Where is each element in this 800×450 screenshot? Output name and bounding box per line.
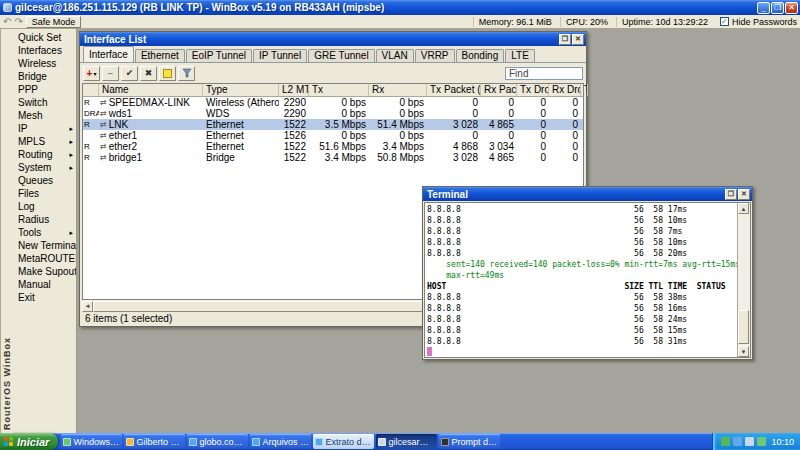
sidebar-item-wireless[interactable]: Wireless <box>13 57 76 70</box>
taskbar-task-prompt-de-comand[interactable]: Prompt de comand... <box>439 434 500 449</box>
terminal-line: max-rtt=49ms <box>427 270 737 281</box>
taskbar-task-globo-com-absol[interactable]: globo.com - Absol... <box>187 434 248 449</box>
sidebar-item-routing[interactable]: Routing▸ <box>13 148 76 161</box>
column-header-tx-drops[interactable]: Tx Drops <box>517 84 549 96</box>
table-row-wds1[interactable]: DRA⇄wds1WDS22900 bps0 bps0000 <box>83 108 583 119</box>
tab-interface[interactable]: Interface <box>83 46 134 62</box>
column-header-flags[interactable] <box>83 84 99 96</box>
row-name-cell: ⇄LNK <box>99 119 203 130</box>
uptime-stat[interactable]: Uptime: 10d 13:29:22 <box>616 17 713 27</box>
volume-icon[interactable] <box>745 437 754 446</box>
taskbar-task-gilberto-gilberto[interactable]: Gilberto <gilberto... <box>124 434 185 449</box>
sidebar-item-radius[interactable]: Radius <box>13 213 76 226</box>
sidebar-item-exit[interactable]: Exit <box>13 291 76 304</box>
column-header-type[interactable]: Type <box>203 84 279 96</box>
sidebar-item-system[interactable]: System▸ <box>13 161 76 174</box>
table-row-lnk[interactable]: R⇄LNKEthernet15223.5 Mbps51.4 Mbps3 0284… <box>83 119 583 130</box>
terminal-scrollbar[interactable]: ▲ ▼ <box>737 203 750 357</box>
table-row-speedmax-link[interactable]: R⇄SPEEDMAX-LINKWireless (Atheros AR5...2… <box>83 97 583 108</box>
cpu-stat[interactable]: CPU: 20% <box>560 17 613 27</box>
cell-tx: 0 bps <box>309 130 369 141</box>
cell-rx: 0 bps <box>369 130 427 141</box>
column-header-rx[interactable]: Rx <box>369 84 427 96</box>
table-row-bridge1[interactable]: R⇄bridge1Bridge15223.4 Mbps50.8 Mbps3 02… <box>83 152 583 163</box>
terminal-titlebar[interactable]: Terminal ❐ ✕ <box>423 187 752 201</box>
window-close-button[interactable]: ✕ <box>572 34 584 45</box>
start-button[interactable]: Iniciar <box>0 433 58 450</box>
add-button[interactable]: + ▾ <box>83 66 100 81</box>
terminal-line: 8.8.8.8 56 58 24ms <box>427 314 737 325</box>
table-row-ether1[interactable]: ⇄ether1Ethernet15260 bps0 bps0000 <box>83 130 583 141</box>
taskbar-task-extrato-de-conta-c[interactable]: Extrato de conta c... <box>313 434 374 449</box>
scrollbar-thumb[interactable] <box>93 301 467 312</box>
terminal-restore-button[interactable]: ❐ <box>725 189 737 200</box>
table-row-ether2[interactable]: R⇄ether2Ethernet152251.6 Mbps3.4 Mbps4 8… <box>83 141 583 152</box>
column-header-tx-e[interactable]: Tx E... <box>581 84 588 96</box>
tab-ethernet[interactable]: Ethernet <box>135 49 185 62</box>
terminal-scrollbar-thumb[interactable] <box>738 310 749 344</box>
sidebar-item-quick-set[interactable]: Quick Set <box>13 31 76 44</box>
terminal-line: sent=140 received=140 packet-loss=0% min… <box>427 259 737 270</box>
filter-button[interactable] <box>178 66 195 81</box>
row-flags: R <box>83 152 99 163</box>
sidebar-item-label: MPLS <box>18 135 45 148</box>
sidebar-item-make-supout-rif[interactable]: Make Supout.rif <box>13 265 76 278</box>
network-icon[interactable] <box>733 437 742 446</box>
sidebar-item-mpls[interactable]: MPLS▸ <box>13 135 76 148</box>
find-input[interactable]: Find <box>505 67 583 80</box>
sidebar-item-log[interactable]: Log <box>13 200 76 213</box>
interface-list-titlebar[interactable]: Interface List ❐ ✕ <box>80 32 586 46</box>
minimize-button[interactable]: _ <box>757 2 770 14</box>
maximize-button[interactable]: ❐ <box>771 2 784 14</box>
messenger-icon[interactable] <box>757 437 766 446</box>
taskbar-task-gilcesar-186-251[interactable]: gilcesar@186.251... <box>376 434 437 449</box>
sidebar-item-interfaces[interactable]: Interfaces <box>13 44 76 57</box>
remove-button[interactable]: − <box>102 66 119 81</box>
taskbar-task-windows-live-mes[interactable]: Windows Live Mes... <box>61 434 122 449</box>
tab-vrrp[interactable]: VRRP <box>415 49 455 62</box>
safe-mode-button[interactable]: Safe Mode <box>26 16 82 28</box>
column-header-l2-mtu[interactable]: L2 MTU <box>279 84 309 96</box>
sidebar-item-ip[interactable]: IP▸ <box>13 122 76 135</box>
sidebar-item-new-terminal[interactable]: New Terminal <box>13 239 76 252</box>
sidebar-item-switch[interactable]: Switch <box>13 96 76 109</box>
sidebar-item-queues[interactable]: Queues <box>13 174 76 187</box>
comment-button[interactable] <box>159 66 176 81</box>
hide-passwords-checkbox[interactable]: ✓ <box>720 17 729 26</box>
terminal-close-button[interactable]: ✕ <box>738 189 750 200</box>
sidebar-item-files[interactable]: Files <box>13 187 76 200</box>
disable-button[interactable]: ✖ <box>140 66 157 81</box>
column-header-rx-drops[interactable]: Rx Drops <box>549 84 581 96</box>
tab-ip-tunnel[interactable]: IP Tunnel <box>253 49 307 62</box>
scroll-down-icon[interactable]: ▼ <box>738 346 749 357</box>
column-header-rx-pac[interactable]: Rx Pac... <box>481 84 517 96</box>
window-titlebar: gilcesar@186.251.115.129 (RB LINK TP) - … <box>0 0 800 15</box>
sidebar-item-ppp[interactable]: PPP <box>13 83 76 96</box>
terminal-output[interactable]: 8.8.8.8 56 58 17ms8.8.8.8 56 58 10ms8.8.… <box>425 203 737 357</box>
close-button[interactable]: ✕ <box>785 2 798 14</box>
sidebar-item-mesh[interactable]: Mesh <box>13 109 76 122</box>
undo-icon[interactable]: ↶ <box>3 17 11 27</box>
taskbar-task-arquivos-google[interactable]: Arquivos - Google ... <box>250 434 311 449</box>
sidebar-item-bridge[interactable]: Bridge <box>13 70 76 83</box>
scroll-left-icon[interactable]: ◄ <box>82 301 93 312</box>
window-restore-button[interactable]: ❐ <box>559 34 571 45</box>
tab-bonding[interactable]: Bonding <box>456 49 505 62</box>
enable-button[interactable]: ✔ <box>121 66 138 81</box>
redo-icon[interactable]: ↷ <box>14 17 22 27</box>
column-header-tx[interactable]: Tx <box>309 84 369 96</box>
antivirus-shield-icon[interactable] <box>721 437 730 446</box>
tab-lte[interactable]: LTE <box>505 49 535 62</box>
tab-gre-tunnel[interactable]: GRE Tunnel <box>308 49 374 62</box>
column-header-tx-packet-p-s[interactable]: Tx Packet (p/s) <box>427 84 481 96</box>
sidebar-item-metarouter[interactable]: MetaROUTER <box>13 252 76 265</box>
tab-vlan[interactable]: VLAN <box>376 49 414 62</box>
terminal-scrollbar-track[interactable] <box>738 214 750 346</box>
sidebar-item-manual[interactable]: Manual <box>13 278 76 291</box>
memory-stat[interactable]: Memory: 96.1 MiB <box>473 17 557 27</box>
scroll-up-icon[interactable]: ▲ <box>738 203 749 214</box>
tab-eoip-tunnel[interactable]: EoIP Tunnel <box>186 49 252 62</box>
taskbar-clock[interactable]: 10:10 <box>771 437 794 447</box>
sidebar-item-tools[interactable]: Tools▸ <box>13 226 76 239</box>
column-header-name[interactable]: Name <box>99 84 203 96</box>
